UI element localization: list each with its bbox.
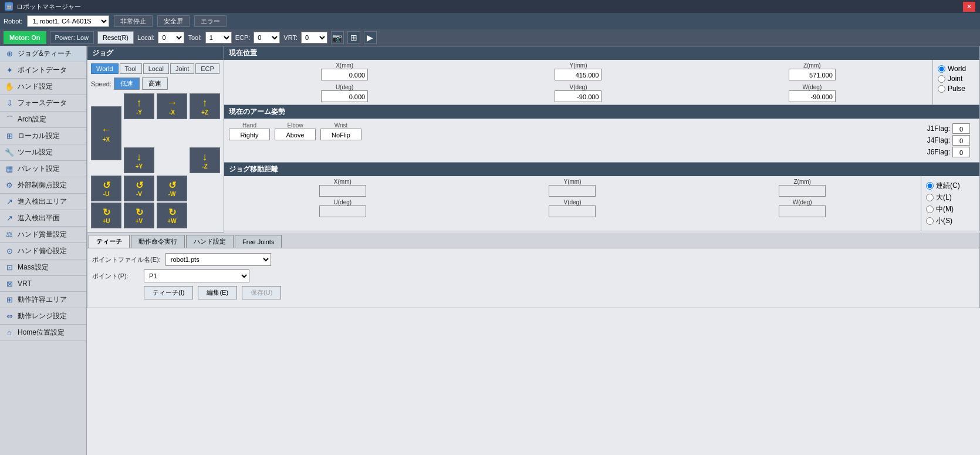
teach-tab-command[interactable]: 動作命令実行 [131,235,185,248]
sidebar-item-arch[interactable]: ⌒ Arch設定 [0,112,86,128]
plus-w-button[interactable]: ↻ +W [157,203,187,228]
plus-v-button[interactable]: ↻ +V [124,203,154,228]
radio-pulse[interactable]: Pulse [938,85,975,93]
dist-radio-large-label: 大(L) [936,193,952,203]
button-row: ティーチ(I) 編集(E) 保存(U) [92,286,975,299]
minus-v-button[interactable]: ↺ -V [124,176,154,201]
plus-x-button[interactable]: ← +X [91,106,121,160]
plus-u-button[interactable]: ↻ +U [91,203,121,228]
ecp-label: ECP: [235,34,251,41]
jog-distance-title: ジョグ移動距離 [224,163,979,176]
dist-radio-small[interactable]: 小(S) [926,216,975,226]
tab-world[interactable]: World [91,63,119,74]
tab-ecp[interactable]: ECP [195,63,219,74]
sidebar-item-entry-area[interactable]: ↗ 進入検出エリア [0,194,86,210]
sidebar-item-hand-mass[interactable]: ⚖ ハンド質量設定 [0,227,86,243]
sidebar-item-entry-plane[interactable]: ↗ 進入検出平面 [0,210,86,227]
speed-row: Speed: 低速 高速 [91,77,220,90]
sidebar-item-pallet[interactable]: ▦ パレット設定 [0,161,86,177]
teach-button[interactable]: ティーチ(I) [144,286,193,299]
speed-low-button[interactable]: 低速 [114,77,140,90]
dist-radio-large[interactable]: 大(L) [926,193,975,203]
teach-tab-teach[interactable]: ティーチ [89,235,130,248]
position-title: 現在位置 [224,46,979,60]
minus-y-button[interactable]: ↑ -Y [124,93,154,119]
dist-radio-continuous-input[interactable] [926,182,934,190]
local-select[interactable]: 0 [158,32,184,43]
dist-u-cell: U(deg) [229,199,457,217]
power-button[interactable]: Power: Low [50,31,94,44]
minus-u-button[interactable]: ↺ -U [91,176,121,201]
file-select[interactable]: robot1.pts [165,253,271,266]
position-section: 現在位置 X(mm) 0.000 Y(mm) 415.000 [224,46,980,105]
sidebar-item-local[interactable]: ⊞ ローカル設定 [0,128,86,144]
play-icon-button[interactable]: ▶ [364,31,377,44]
jog-distance-inputs: X(mm) Y(mm) Z(mm) [224,176,921,231]
sidebar: ⊕ ジョグ&ティーチ ✦ ポイントデータ ✋ ハンド設定 ⇩ フォースデータ ⌒… [0,46,87,455]
sidebar-item-label: 進入検出平面 [18,213,60,223]
dist-u-value [319,205,366,217]
jog-distance-section: ジョグ移動距離 X(mm) Y(mm) [224,163,980,231]
tab-tool[interactable]: Tool [120,63,142,74]
minus-z-button[interactable]: ↓ -Z [190,147,220,173]
tool-select[interactable]: 1 [205,32,232,43]
radio-joint-input[interactable] [938,75,945,83]
radio-world[interactable]: World [938,65,975,73]
sidebar-item-jog-teach[interactable]: ⊕ ジョグ&ティーチ [0,46,86,62]
emergency-stop-button[interactable]: 非常停止 [114,15,153,27]
point-select[interactable]: P1 [144,269,249,282]
dist-radio-continuous-label: 連続(C) [936,181,960,191]
sidebar-item-motion-area[interactable]: ⊞ 動作許容エリア [0,292,86,308]
sidebar-item-point-data[interactable]: ✦ ポイントデータ [0,62,86,79]
vrt-select[interactable]: 0 [301,32,327,43]
sidebar-item-label: 動作レンジ設定 [18,311,67,321]
plus-y-button[interactable]: ↓ +Y [124,147,154,173]
sidebar-item-label: ハンド質量設定 [18,230,67,240]
radio-world-input[interactable] [938,65,945,73]
sidebar-item-motion-range[interactable]: ⇔ 動作レンジ設定 [0,308,86,325]
pos-z-label: Z(mm) [803,62,820,69]
motor-on-button[interactable]: Motor: On [4,31,46,44]
grid-icon-button[interactable]: ⊞ [347,31,360,44]
sidebar-item-force-data[interactable]: ⇩ フォースデータ [0,95,86,112]
minus-x-button[interactable]: → -X [157,93,187,119]
sidebar-item-vrt[interactable]: ⊠ VRT [0,276,86,292]
sidebar-item-hand-eccentricity[interactable]: ⊙ ハンド偏心設定 [0,243,86,259]
toolbar-row1: Robot: 1, robot1, C4-A601S 非常停止 安全屏 エラー [0,13,980,29]
top-panels: ジョグ World Tool Local Joint ECP Speed: 低速 [87,46,980,232]
sidebar-item-tool[interactable]: 🔧 ツール設定 [0,144,86,161]
dist-radio-large-input[interactable] [926,194,934,201]
radio-pulse-input[interactable] [938,85,945,93]
radio-joint[interactable]: Joint [938,75,975,83]
dist-y-value [549,185,596,197]
hand-settings-icon: ✋ [5,82,14,92]
reset-button[interactable]: Reset(R) [97,31,134,44]
speed-high-button[interactable]: 高速 [142,77,168,90]
save-button[interactable]: 保存(U) [242,286,281,299]
camera-icon-button[interactable]: 📷 [331,31,344,44]
entry-plane-icon: ↗ [5,214,14,223]
jog-panel: ジョグ World Tool Local Joint ECP Speed: 低速 [87,46,224,232]
tab-joint[interactable]: Joint [170,63,194,74]
minus-w-button[interactable]: ↺ -W [157,176,187,201]
error-button[interactable]: エラー [194,15,227,27]
sidebar-item-mass[interactable]: ⊡ Mass設定 [0,259,86,276]
robot-select[interactable]: 1, robot1, C4-A601S [27,15,109,27]
edit-button[interactable]: 編集(E) [198,286,237,299]
dist-radio-medium[interactable]: 中(M) [926,204,975,214]
safety-screen-button[interactable]: 安全屏 [157,15,190,27]
main-layout: ⊕ ジョグ&ティーチ ✦ ポイントデータ ✋ ハンド設定 ⇩ フォースデータ ⌒… [0,46,980,455]
teach-tab-hand[interactable]: ハンド設定 [186,235,234,248]
dist-radio-small-input[interactable] [926,217,934,225]
tab-local[interactable]: Local [143,63,169,74]
dist-radio-continuous[interactable]: 連続(C) [926,181,975,191]
dist-radio-medium-input[interactable] [926,205,934,213]
teach-tab-free-joints[interactable]: Free Joints [235,235,282,248]
plus-z-button[interactable]: ↑ +Z [190,93,220,119]
sidebar-item-ext-ctrl[interactable]: ⚙ 外部制御点設定 [0,177,86,194]
sidebar-item-hand-settings[interactable]: ✋ ハンド設定 [0,79,86,95]
pos-u-cell: U(deg) 0.000 [229,84,460,102]
ecp-select[interactable]: 0 [254,32,280,43]
close-button[interactable]: ✕ [963,2,975,12]
sidebar-item-home[interactable]: ⌂ Home位置設定 [0,325,86,341]
